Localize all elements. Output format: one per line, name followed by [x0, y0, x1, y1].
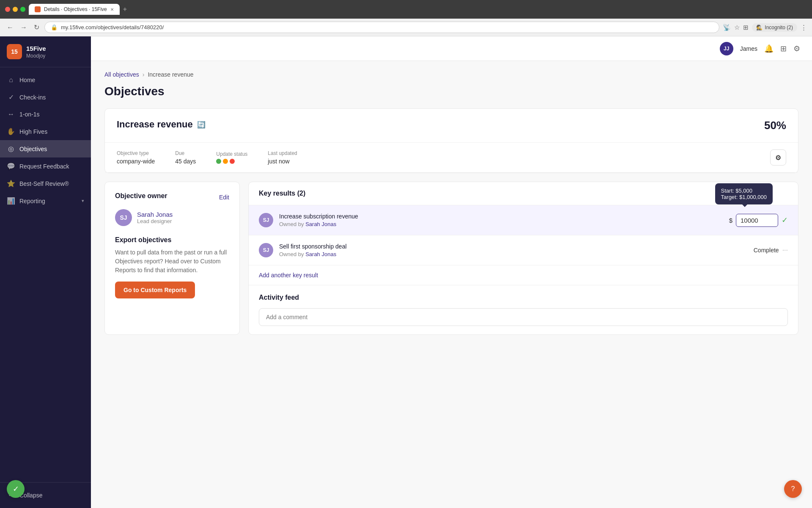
- request-feedback-icon: 💬: [7, 162, 15, 170]
- sidebar-item-high-fives[interactable]: ✋ High Fives: [0, 123, 91, 140]
- meta-type-label: Objective type: [117, 150, 155, 156]
- kr2-owner-link[interactable]: Sarah Jonas: [305, 251, 336, 257]
- user-name: James: [740, 45, 757, 52]
- add-key-result-link[interactable]: Add another key result: [259, 272, 318, 279]
- key-results-title: Key results (2): [259, 190, 305, 197]
- content-wrapper: All objectives › Increase revenue Object…: [91, 61, 812, 345]
- incognito-badge[interactable]: 🕵 Incognito (2): [752, 23, 797, 32]
- close-dot[interactable]: [5, 7, 10, 12]
- breadcrumb: All objectives › Increase revenue: [104, 71, 798, 78]
- export-description: Want to pull data from the past or run a…: [115, 248, 229, 275]
- sidebar-item-reporting[interactable]: 📊 Reporting ▾: [0, 192, 91, 210]
- objective-title: Increase revenue: [117, 119, 193, 130]
- kr1-dollar-sign: $: [729, 217, 732, 224]
- fab-check-icon: ✓: [13, 484, 19, 494]
- incognito-icon: 🕵: [756, 25, 763, 30]
- owner-name[interactable]: Sarah Jonas: [137, 211, 173, 218]
- key-results-card: Key results (2) Start: $5,000 Target: $1…: [248, 182, 798, 335]
- reporting-chevron-icon: ▾: [82, 198, 84, 204]
- app-header: JJ James 🔔 ⊞ ⚙: [91, 36, 812, 61]
- objective-info-icon[interactable]: 🔄: [197, 121, 206, 129]
- browser-tab[interactable]: Details · Objectives · 15Five ✕: [29, 4, 120, 15]
- status-dot-green: [216, 159, 221, 164]
- support-button[interactable]: ?: [784, 480, 802, 498]
- checkins-icon: ✓: [7, 93, 15, 101]
- bottom-section: Objective owner Edit SJ Sarah Jonas Lead…: [104, 182, 798, 335]
- extensions-icon[interactable]: ⊞: [743, 24, 749, 31]
- brand-name: 15Five: [26, 44, 46, 53]
- kr2-menu-icon[interactable]: ···: [782, 246, 788, 254]
- sidebar-item-home[interactable]: ⌂ Home: [0, 72, 91, 88]
- kr1-input[interactable]: [736, 214, 778, 227]
- high-fives-icon: ✋: [7, 127, 15, 135]
- status-dot-red: [230, 159, 235, 164]
- kr1-value-section: $ ✓: [729, 214, 788, 227]
- tab-favicon: [35, 6, 41, 12]
- tooltip-start: Start: $5,000: [721, 188, 767, 194]
- sidebar-label-home: Home: [19, 77, 35, 83]
- browser-chrome: Details · Objectives · 15Five ✕ +: [0, 0, 812, 19]
- fab-check-button[interactable]: ✓: [7, 480, 25, 498]
- export-section: Export objectives Want to pull data from…: [115, 236, 229, 298]
- cast-icon[interactable]: 📡: [723, 24, 731, 31]
- maximize-dot[interactable]: [20, 7, 25, 12]
- meta-due-value: 45 days: [175, 158, 196, 165]
- meta-type: Objective type company-wide: [117, 150, 155, 165]
- minimize-dot[interactable]: [13, 7, 18, 12]
- address-bar[interactable]: 🔒 my.15five.com/objectives/details/74802…: [44, 22, 719, 33]
- activity-title: Activity feed: [259, 294, 788, 301]
- user-avatar: JJ: [720, 42, 733, 55]
- sidebar: 15 15Five Moodjoy ⌂ Home ✓ Check-ins ↔ 1…: [0, 36, 91, 508]
- sidebar-item-best-self-review[interactable]: ⭐ Best-Self Review®: [0, 175, 91, 192]
- owner-card: Objective owner Edit SJ Sarah Jonas Lead…: [104, 182, 240, 335]
- sidebar-label-reporting: Reporting: [19, 198, 45, 204]
- lock-icon: 🔒: [51, 24, 58, 30]
- one-on-ones-icon: ↔: [7, 110, 15, 118]
- settings-icon[interactable]: ⚙: [793, 44, 800, 53]
- breadcrumb-parent-link[interactable]: All objectives: [104, 71, 139, 78]
- sidebar-item-objectives[interactable]: ◎ Objectives: [0, 140, 91, 157]
- objective-header: Increase revenue 🔄 50%: [105, 109, 798, 143]
- status-dots: [216, 159, 247, 164]
- sidebar-item-checkins[interactable]: ✓ Check-ins: [0, 88, 91, 106]
- back-button[interactable]: ←: [5, 22, 15, 33]
- status-dot-orange: [223, 159, 228, 164]
- reporting-icon: 📊: [7, 197, 15, 205]
- page-title: Objectives: [104, 85, 798, 98]
- notifications-icon[interactable]: 🔔: [764, 44, 774, 53]
- url-text: my.15five.com/objectives/details/7480220…: [61, 24, 164, 30]
- kr2-owner: Owned by Sarah Jonas: [279, 251, 748, 257]
- meta-due: Due 45 days: [175, 150, 196, 165]
- meta-last-updated-value: just now: [268, 158, 297, 165]
- objective-settings-button[interactable]: ⚙: [770, 149, 786, 166]
- menu-icon[interactable]: ⋮: [801, 24, 807, 31]
- owner-header-row: Objective owner Edit: [115, 192, 229, 202]
- sidebar-item-one-on-ones[interactable]: ↔ 1-on-1s: [0, 106, 91, 123]
- tooltip-target: Target: $1,000,000: [721, 194, 767, 200]
- owner-edit-button[interactable]: Edit: [219, 194, 229, 201]
- comment-input[interactable]: [259, 308, 788, 326]
- key-result-item-2: SJ Sell first sponsorship deal Owned by …: [249, 235, 798, 265]
- apps-icon[interactable]: ⊞: [780, 44, 787, 53]
- forward-button[interactable]: →: [19, 22, 29, 33]
- home-icon: ⌂: [7, 76, 15, 84]
- sidebar-label-one-on-ones: 1-on-1s: [19, 111, 39, 118]
- tab-close-button[interactable]: ✕: [110, 7, 114, 12]
- owner-avatar: SJ: [115, 209, 132, 226]
- owner-section-title: Objective owner: [115, 192, 167, 200]
- kr1-owner-link[interactable]: Sarah Jonas: [305, 221, 336, 227]
- kr1-info: Increase subscription revenue Owned by S…: [279, 213, 723, 227]
- sidebar-label-request-feedback: Request Feedback: [19, 163, 69, 170]
- export-title: Export objectives: [115, 236, 229, 244]
- tab-title: Details · Objectives · 15Five: [44, 6, 107, 12]
- meta-due-label: Due: [175, 150, 196, 156]
- go-to-custom-reports-button[interactable]: Go to Custom Reports: [115, 282, 195, 298]
- new-tab-button[interactable]: +: [123, 6, 127, 13]
- best-self-review-icon: ⭐: [7, 179, 15, 188]
- key-result-item-1: Start: $5,000 Target: $1,000,000 SJ Incr…: [249, 205, 798, 235]
- breadcrumb-current: Increase revenue: [148, 71, 193, 78]
- sidebar-item-request-feedback[interactable]: 💬 Request Feedback: [0, 157, 91, 175]
- bookmark-icon[interactable]: ☆: [734, 24, 740, 31]
- kr1-confirm-icon[interactable]: ✓: [782, 215, 788, 225]
- reload-button[interactable]: ↻: [32, 22, 41, 33]
